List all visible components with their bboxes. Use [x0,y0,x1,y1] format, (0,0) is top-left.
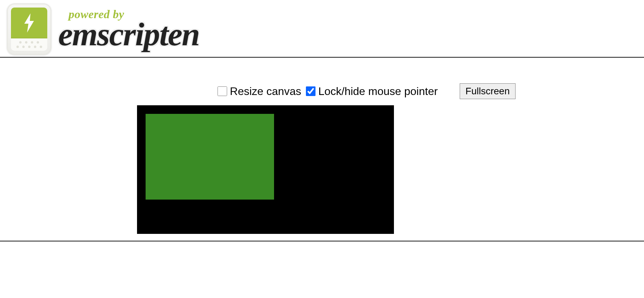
wordmark: powered by emscripten [58,9,199,49]
resize-canvas-label[interactable]: Resize canvas [230,85,301,98]
controls-row: Resize canvas Lock/hide mouse pointer Fu… [128,83,516,99]
lightning-bolt-icon [22,13,36,33]
svg-marker-0 [24,13,34,33]
lock-pointer-control: Lock/hide mouse pointer [306,85,438,98]
resize-canvas-control: Resize canvas [218,85,301,98]
emscripten-logo-icon [7,3,51,55]
logo-top [11,8,47,38]
resize-canvas-checkbox[interactable] [218,86,227,96]
dot-row [19,41,39,44]
lock-pointer-label[interactable]: Lock/hide mouse pointer [318,85,438,98]
green-rectangle [146,114,274,200]
brand-text: emscripten [58,20,199,49]
dot-row [16,46,42,48]
lock-pointer-checkbox[interactable] [306,86,315,96]
logo-bottom [11,38,47,51]
header: powered by emscripten [0,0,644,58]
fullscreen-button[interactable]: Fullscreen [460,83,516,99]
canvas[interactable] [137,105,394,234]
main: Resize canvas Lock/hide mouse pointer Fu… [0,58,644,234]
